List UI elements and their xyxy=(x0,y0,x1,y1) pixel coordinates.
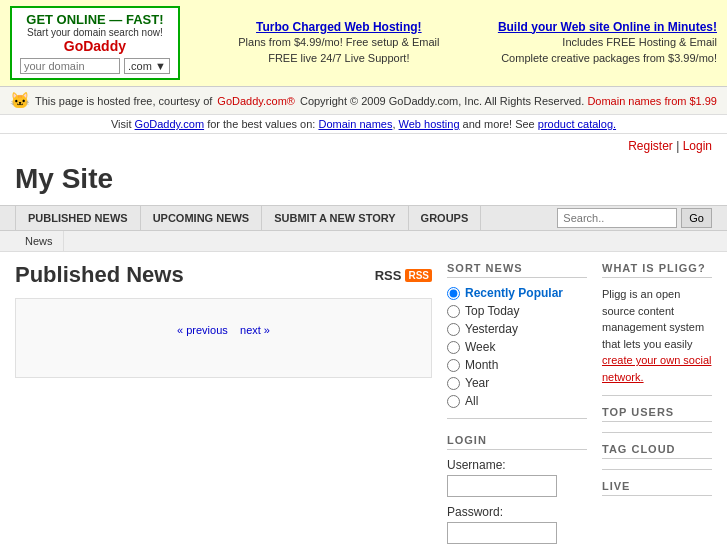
visit-text: Visit xyxy=(111,118,132,130)
visit-middle: for the best values on: xyxy=(207,118,315,130)
sort-label-month: Month xyxy=(465,358,498,372)
product-catalog-link[interactable]: product catalog. xyxy=(538,118,616,130)
sort-top-today[interactable]: Top Today xyxy=(447,304,587,318)
sort-label-year: Year xyxy=(465,376,489,390)
main-content: Published News RSS RSS « previous next » xyxy=(15,262,432,545)
godaddy-visit-link[interactable]: GoDaddy.com xyxy=(135,118,205,130)
ad-left: GET ONLINE — FAST! Start your domain sea… xyxy=(10,6,180,80)
site-title: My Site xyxy=(0,158,727,205)
domain-names-link[interactable]: Domain names from $1.99 xyxy=(587,95,717,107)
page-title: Published News xyxy=(15,262,184,288)
sort-label-top-today: Top Today xyxy=(465,304,520,318)
what-is-pligg-text: Pligg is an open source content manageme… xyxy=(602,286,712,385)
ad-domain-row: .com ▼ xyxy=(20,58,170,74)
prev-link[interactable]: « previous xyxy=(177,324,228,336)
visit-bar: Visit GoDaddy.com for the best values on… xyxy=(0,115,727,134)
ad-banner: GET ONLINE — FAST! Start your domain sea… xyxy=(0,0,727,87)
search-button[interactable]: Go xyxy=(681,208,712,228)
search-input[interactable] xyxy=(557,208,677,228)
login-link[interactable]: Login xyxy=(683,139,712,153)
tag-cloud-live-divider xyxy=(602,469,712,470)
comma1: , xyxy=(392,118,395,130)
nav-links: PUBLISHED NEWS UPCOMING NEWS SUBMIT A NE… xyxy=(15,206,481,230)
ad-middle-line2: FREE live 24/7 Live Support! xyxy=(200,50,478,67)
web-hosting-link[interactable]: Web hosting xyxy=(399,118,460,130)
nav-published-news[interactable]: PUBLISHED NEWS xyxy=(15,206,141,230)
sort-yesterday[interactable]: Yesterday xyxy=(447,322,587,336)
sub-nav: News xyxy=(0,231,727,252)
sort-radio-month[interactable] xyxy=(447,359,460,372)
hosted-bar-right: Domain names from $1.99 xyxy=(587,95,717,107)
sort-month[interactable]: Month xyxy=(447,358,587,372)
sort-radio-recently-popular[interactable] xyxy=(447,287,460,300)
create-social-network-link[interactable]: create your own social network. xyxy=(602,354,711,383)
login-heading: LOGIN xyxy=(447,434,587,450)
ad-right: Build your Web site Online in Minutes! I… xyxy=(498,20,717,67)
login-panel: LOGIN Username: Password: Remember: Logi… xyxy=(447,434,587,545)
nav-groups[interactable]: GROUPS xyxy=(409,206,482,230)
pligg-top-users-divider xyxy=(602,395,712,396)
sort-week[interactable]: Week xyxy=(447,340,587,354)
live-heading: LIVE xyxy=(602,480,712,496)
info-panel: WHAT IS PLIGG? Pligg is an open source c… xyxy=(602,262,712,545)
ad-middle-line1: Plans from $4.99/mo! Free setup & Email xyxy=(200,34,478,51)
hosted-text: This page is hosted free, courtesy of xyxy=(35,95,212,107)
godaddy-link[interactable]: GoDaddy.com® xyxy=(217,95,295,107)
sort-login-column: SORT NEWS Recently Popular Top Today Yes… xyxy=(447,262,587,545)
sort-radio-yesterday[interactable] xyxy=(447,323,460,336)
sort-radio-week[interactable] xyxy=(447,341,460,354)
rss-area: RSS RSS xyxy=(375,268,432,283)
pagination: « previous next » xyxy=(31,324,416,336)
auth-bar: Register | Login xyxy=(0,134,727,158)
auth-divider: | xyxy=(676,139,679,153)
sort-label-all: All xyxy=(465,394,478,408)
next-link[interactable]: next » xyxy=(240,324,270,336)
hosted-bar: 🐱 This page is hosted free, courtesy of … xyxy=(0,87,727,115)
sort-heading: SORT NEWS xyxy=(447,262,587,278)
nav-submit-story[interactable]: SUBMIT A NEW STORY xyxy=(262,206,408,230)
rss-icon[interactable]: RSS xyxy=(405,269,432,282)
search-area: Go xyxy=(557,208,712,228)
sort-label-week: Week xyxy=(465,340,495,354)
hosted-bar-left: 🐱 This page is hosted free, courtesy of … xyxy=(10,91,584,110)
ad-godaddy-logo: GoDaddy xyxy=(64,38,126,54)
ad-dot-com[interactable]: .com ▼ xyxy=(124,58,170,74)
sort-radio-top-today[interactable] xyxy=(447,305,460,318)
username-input[interactable] xyxy=(447,475,557,497)
top-users-tag-cloud-divider xyxy=(602,432,712,433)
sort-radio-year[interactable] xyxy=(447,377,460,390)
ad-domain-input[interactable] xyxy=(20,58,120,74)
sort-radio-all[interactable] xyxy=(447,395,460,408)
what-is-pligg-heading: WHAT IS PLIGG? xyxy=(602,262,712,278)
top-users-heading: TOP USERS xyxy=(602,406,712,422)
pligg-description: Pligg is an open source content manageme… xyxy=(602,288,704,350)
ad-middle-title[interactable]: Turbo Charged Web Hosting! xyxy=(200,20,478,34)
password-label: Password: xyxy=(447,505,587,519)
right-sidebar: SORT NEWS Recently Popular Top Today Yes… xyxy=(432,262,712,545)
username-label: Username: xyxy=(447,458,587,472)
register-link[interactable]: Register xyxy=(628,139,673,153)
sort-label-yesterday: Yesterday xyxy=(465,322,518,336)
sort-panel: SORT NEWS Recently Popular Top Today Yes… xyxy=(447,262,587,408)
password-input[interactable] xyxy=(447,522,557,544)
sort-year[interactable]: Year xyxy=(447,376,587,390)
sort-login-divider xyxy=(447,418,587,419)
page-heading: Published News RSS RSS xyxy=(15,262,432,288)
ad-get-online: GET ONLINE — FAST! xyxy=(26,12,163,27)
articles-area: « previous next » xyxy=(15,298,432,378)
sort-recently-popular[interactable]: Recently Popular xyxy=(447,286,587,300)
ad-right-line1: Includes FREE Hosting & Email xyxy=(498,34,717,51)
ad-right-line2: Complete creative packages from $3.99/mo… xyxy=(498,50,717,67)
content-wrapper: Published News RSS RSS « previous next »… xyxy=(0,252,727,545)
sort-all[interactable]: All xyxy=(447,394,587,408)
sort-label-recently-popular: Recently Popular xyxy=(465,286,563,300)
tag-cloud-heading: TAG CLOUD xyxy=(602,443,712,459)
nav-upcoming-news[interactable]: UPCOMING NEWS xyxy=(141,206,263,230)
ad-tagline: Start your domain search now! xyxy=(27,27,163,38)
ad-right-title[interactable]: Build your Web site Online in Minutes! xyxy=(498,20,717,34)
domain-names-visit-link[interactable]: Domain names xyxy=(318,118,392,130)
ad-middle: Turbo Charged Web Hosting! Plans from $4… xyxy=(200,20,478,67)
main-nav: PUBLISHED NEWS UPCOMING NEWS SUBMIT A NE… xyxy=(0,205,727,231)
sub-nav-news[interactable]: News xyxy=(15,231,64,251)
rss-label: RSS xyxy=(375,268,402,283)
